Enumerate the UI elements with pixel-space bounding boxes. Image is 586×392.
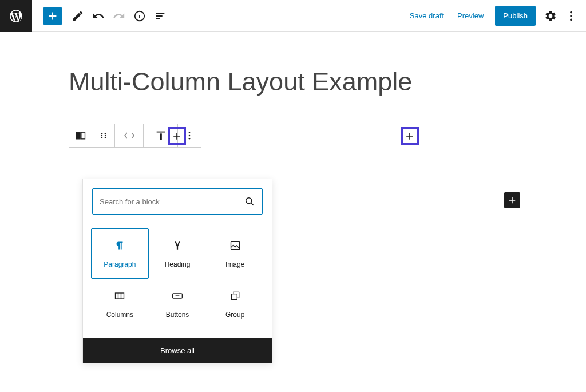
quick-inserter: Paragraph Heading Image Columns Buttons … <box>82 179 272 363</box>
svg-point-19 <box>246 198 252 204</box>
svg-rect-28 <box>231 294 237 300</box>
plus-icon <box>404 130 415 142</box>
block-label: Group <box>225 311 244 319</box>
block-heading[interactable]: Heading <box>149 228 207 279</box>
wordpress-logo[interactable] <box>0 0 32 32</box>
outline-icon <box>154 10 167 22</box>
buttons-icon <box>172 292 183 300</box>
block-label: Paragraph <box>104 260 136 268</box>
redo-button[interactable] <box>109 6 129 26</box>
svg-point-4 <box>570 15 572 17</box>
search-icon <box>244 196 255 207</box>
undo-icon <box>92 10 105 22</box>
block-grid: Paragraph Heading Image Columns Buttons … <box>83 224 272 338</box>
editor-canvas: Multi-Column Layout Example <box>0 32 586 146</box>
svg-line-20 <box>251 203 254 205</box>
plus-icon <box>46 10 59 22</box>
browse-all-button[interactable]: Browse all <box>83 338 272 363</box>
block-search[interactable] <box>92 188 263 215</box>
paragraph-icon <box>113 239 126 252</box>
block-image[interactable]: Image <box>206 228 264 279</box>
details-button[interactable] <box>129 6 150 26</box>
add-block-column-1[interactable] <box>168 127 186 145</box>
svg-point-3 <box>570 11 572 13</box>
add-block-after[interactable] <box>504 192 520 208</box>
block-columns[interactable]: Columns <box>91 279 149 329</box>
svg-rect-22 <box>116 293 124 299</box>
block-label: Heading <box>165 260 191 268</box>
svg-point-5 <box>570 18 572 21</box>
heading-icon <box>172 240 183 251</box>
more-vertical-icon <box>565 10 577 22</box>
column-2[interactable] <box>302 126 517 146</box>
block-search-input[interactable] <box>100 197 244 206</box>
redo-icon <box>113 10 125 22</box>
save-draft-button[interactable]: Save draft <box>403 8 450 23</box>
add-block-column-2[interactable] <box>401 127 419 145</box>
block-group[interactable]: Group <box>206 279 264 329</box>
block-label: Buttons <box>166 311 189 319</box>
options-button[interactable] <box>561 6 581 26</box>
list-view-button[interactable] <box>150 6 171 26</box>
toggle-inserter-button[interactable] <box>43 7 62 25</box>
column-1[interactable] <box>69 126 284 146</box>
block-label: Columns <box>106 311 133 319</box>
svg-rect-21 <box>231 241 239 249</box>
image-icon <box>229 240 241 251</box>
settings-button[interactable] <box>540 6 561 26</box>
toolbar-tools <box>68 6 171 26</box>
editor-toolbar: Save draft Preview Publish <box>0 0 586 32</box>
preview-button[interactable]: Preview <box>450 8 490 23</box>
plus-icon <box>507 195 517 205</box>
undo-button[interactable] <box>88 6 109 26</box>
columns-icon <box>114 290 125 302</box>
block-label: Image <box>225 260 244 268</box>
gear-icon <box>544 10 557 22</box>
wordpress-icon <box>9 9 23 23</box>
group-icon <box>229 290 241 302</box>
tools-button[interactable] <box>68 6 88 26</box>
pencil-icon <box>72 10 84 22</box>
plus-icon <box>171 130 183 142</box>
block-paragraph[interactable]: Paragraph <box>91 228 149 279</box>
columns-block <box>69 126 517 146</box>
post-title[interactable]: Multi-Column Layout Example <box>69 66 586 97</box>
publish-button[interactable]: Publish <box>495 6 536 26</box>
info-icon <box>133 10 146 22</box>
block-buttons[interactable]: Buttons <box>149 279 207 329</box>
